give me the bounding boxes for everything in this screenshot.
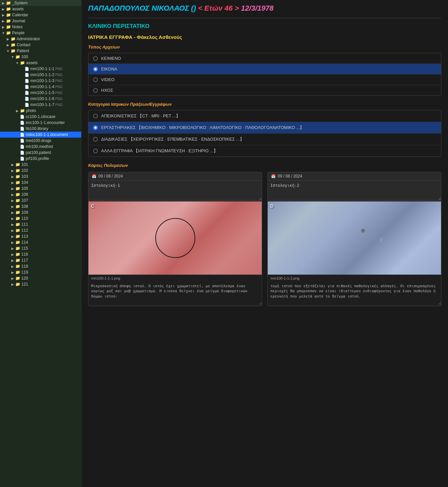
sidebar-item-120[interactable]: ▶ 📁 120	[0, 275, 81, 281]
radio-filetype-keimeno[interactable]: ΚΕΙΜΕΝΟ	[88, 53, 441, 64]
tree-arrow-111: ▶	[11, 222, 15, 226]
folder-icon-113: 📁	[15, 234, 20, 239]
card-title-card2[interactable]: Ιστολογική-2	[268, 181, 441, 200]
radio-category-ergast[interactable]: ΕΡΓΑΣΤΗΡΙΑΚΕΣ 【ΒΙΟΧΗΜΙΚΟ · ΜΙΚΡΟΒΙΟΛΟΓΙΚ…	[88, 122, 441, 134]
radio-category-diadik[interactable]: ΔΙΑΔΙΚΑΣΙΕΣ 【ΧΕΙΡΟΥΡΓΙΚΕΣ · ΕΠΕΜΒΑΤΙΚΕΣ …	[88, 134, 441, 145]
divider-1	[88, 18, 441, 18]
sidebar-item-114[interactable]: ▶ 📁 114	[0, 239, 81, 245]
sidebar-item-110[interactable]: ▶ 📁 110	[0, 215, 81, 221]
radio-category-alla[interactable]: ΑΛΛΑ ΕΓΓΡΑΦΑ 【ΙΑΤΡΙΚΗ ΓΝΩΜΑΤΕΥΣΗ · ΕΞΙΤΗ…	[88, 145, 441, 157]
sidebar-item-105[interactable]: ▶ 📁 105	[0, 185, 81, 191]
tree-arrow-118: ▶	[11, 264, 15, 268]
radio-label-apeik: ΑΠΕΙΚΟΝΙΣΤΙΚΕΣ 【CT · MRI · PET ...】	[101, 113, 180, 119]
sidebar-item-mm100-1-1-4[interactable]: ▶ 📄 mm100-1-1-4PNG	[0, 84, 81, 90]
sidebar-item-mm100-1-1-6[interactable]: ▶ 📄 mm100-1-1-6PNG	[0, 96, 81, 102]
radio-label-keimeno: ΚΕΙΜΕΝΟ	[101, 56, 121, 61]
radio-filetype-ichos[interactable]: ΗΧΟΣ	[88, 85, 441, 95]
sidebar-item-people[interactable]: ▼ 📁 People	[0, 30, 81, 36]
tree-arrow-110: ▶	[11, 216, 15, 220]
folder-icon-photo: 📁	[20, 108, 25, 113]
radio-circle-eikona	[93, 67, 98, 71]
card-date-card2: 09 / 08 / 2024	[278, 174, 302, 179]
radio-filetype-video[interactable]: VIDEO	[88, 74, 441, 85]
file-ext-mm100-1-1-1: PNG	[55, 67, 63, 71]
radio-filetype-eikona[interactable]: ΕΙΚΟΝΑ	[88, 64, 441, 74]
sidebar-item-cc100-1[interactable]: ▶ 📄 cc100-1.clincase	[0, 114, 81, 120]
sidebar-item-lib100[interactable]: ▶ 📄 lib100.library	[0, 126, 81, 132]
tree-label-people: People	[11, 31, 25, 35]
sidebar-item-107[interactable]: ▶ 📁 107	[0, 197, 81, 203]
radio-category-apeik[interactable]: ΑΠΕΙΚΟΝΙΣΤΙΚΕΣ 【CT · MRI · PET ...】	[88, 110, 441, 122]
sidebar-item-106[interactable]: ▶ 📁 106	[0, 191, 81, 197]
card-description-card1[interactable]: Μικροσκοπική άποψη ιστού. Ο ιστός έχει χ…	[88, 282, 262, 305]
sidebar-item-med100[interactable]: ▶ 📄 med100.drugs	[0, 138, 81, 144]
file-icon-med100: 📄	[20, 139, 25, 143]
tree-label-notes: Notes	[11, 25, 23, 29]
sidebar-item-mm100-1-1-1[interactable]: ▶ 📄 mm100-1-1-1PNG	[0, 66, 81, 72]
sidebar-item-mm100-1-1-3[interactable]: ▶ 📄 mm100-1-1-3PNG	[0, 78, 81, 84]
tree-label-mm100-1-1-5: mm100-1-1-5	[29, 90, 54, 95]
folder-icon-notes: 📁	[6, 25, 11, 29]
sidebar-item-mm100-1-1-2[interactable]: ▶ 📄 mm100-1-1-2PNG	[0, 72, 81, 78]
tree-label-104: 104	[20, 180, 28, 185]
sidebar-item-113[interactable]: ▶ 📁 113	[0, 233, 81, 239]
sidebar-item-patient[interactable]: ▼ 📁 Patient	[0, 48, 81, 54]
patient-name: ΠΑΠΑΔΟΠΟΥΛΟΣ ΝΙΚΟΛΑΟΣ ()	[88, 4, 196, 12]
tree-label-pat100: pat100.patient	[25, 150, 51, 155]
radio-label-ergast: ΕΡΓΑΣΤΗΡΙΑΚΕΣ 【ΒΙΟΧΗΜΙΚΟ · ΜΙΚΡΟΒΙΟΛΟΓΙΚ…	[101, 125, 304, 131]
multimedia-title: Κάρτες Πολυμέσων	[88, 163, 441, 168]
sidebar-item-108[interactable]: ▶ 📁 108	[0, 203, 81, 209]
file-icon-pat100: 📄	[20, 151, 25, 155]
folder-icon-contact: 📁	[11, 43, 16, 47]
card-date-card1: 09 / 08 / 2024	[98, 174, 123, 179]
card-date-bar-card2: 📅 09 / 08 / 2024	[268, 172, 441, 181]
sidebar-item-102[interactable]: ▶ 📁 102	[0, 168, 81, 174]
sidebar-item-118[interactable]: ▶ 📁 118	[0, 263, 81, 269]
sidebar-item-112[interactable]: ▶ 📁 112	[0, 227, 81, 233]
sidebar-item-system[interactable]: ▶ 📁 _System	[0, 0, 81, 6]
sidebar-item-pat100[interactable]: ▶ 📄 pat100.patient	[0, 150, 81, 156]
tree-arrow-114: ▶	[11, 240, 15, 244]
folder-icon-system: 📁	[6, 1, 11, 5]
patient-age: < Ετών 46 >	[198, 4, 239, 12]
file-ext-mm100-1-1-5: PNG	[55, 91, 63, 95]
sidebar-item-notes[interactable]: ▶ 📁 Notes	[0, 24, 81, 30]
tree-label-photo: photo	[25, 108, 36, 113]
folder-icon-110: 📁	[15, 216, 20, 221]
sidebar-item-119[interactable]: ▶ 📁 119	[0, 269, 81, 275]
folder-icon-117: 📁	[15, 258, 20, 263]
sidebar-item-103[interactable]: ▶ 📁 103	[0, 174, 81, 180]
sidebar-item-mm100-1-1-7[interactable]: ▶ 📄 mm100-1-1-7PNG	[0, 102, 81, 108]
tree-label-mh100: mh100.medhist	[25, 144, 53, 149]
sidebar-item-116[interactable]: ▶ 📁 116	[0, 251, 81, 257]
sidebar-item-mdoc100-1-1[interactable]: ▶ 📄 mdoc100-1-1.document	[0, 132, 81, 138]
tree-arrow-103: ▶	[11, 175, 15, 179]
card-image-container-card1: C	[88, 201, 262, 275]
sidebar-item-111[interactable]: ▶ 📁 111	[0, 221, 81, 227]
sidebar-item-mm100-1-1-5[interactable]: ▶ 📄 mm100-1-1-5PNG	[0, 90, 81, 96]
sidebar-item-administrator[interactable]: ▶ 📁 Administrator	[0, 36, 81, 42]
sidebar-item-mh100[interactable]: ▶ 📄 mh100.medhist	[0, 144, 81, 150]
sidebar-item-enc100-1-1[interactable]: ▶ 📄 enc100-1-1.encounter	[0, 120, 81, 126]
sidebar-item-prf100[interactable]: ▶ 📄 prf100.profile	[0, 156, 81, 162]
card-description-card2[interactable]: τομή ιστού που εξετάζεται για πιθανές πα…	[268, 282, 441, 305]
sidebar-item-104[interactable]: ▶ 📁 104	[0, 180, 81, 185]
sidebar-item-photo[interactable]: ▶ 📁 photo	[0, 108, 81, 114]
sidebar-item-109[interactable]: ▶ 📁 109	[0, 209, 81, 215]
tree-label-mm100-1-1-1: mm100-1-1-1	[29, 66, 54, 71]
sidebar-item-100[interactable]: ▼ 📁 100	[0, 54, 81, 60]
sidebar-item-assets-100[interactable]: ▼ 📁 assets	[0, 60, 81, 66]
sidebar-item-journal[interactable]: ▶ 📁 Journal	[0, 18, 81, 24]
tree-label-assets-100: assets	[25, 61, 38, 65]
sidebar-item-calendar[interactable]: ▶ 📁 Calendar	[0, 12, 81, 18]
card-title-card1[interactable]: Ιστολογική-1	[88, 181, 262, 200]
sidebar-item-101[interactable]: ▶ 📁 101	[0, 162, 81, 168]
sidebar-item-121[interactable]: ▶ 📁 121	[0, 281, 81, 287]
sidebar-item-assets[interactable]: ▶ 📁 assets	[0, 6, 81, 12]
sidebar-item-contact[interactable]: ▶ 📁 Contact	[0, 42, 81, 48]
histo-d-svg: l	[268, 201, 441, 275]
folder-icon-115: 📁	[15, 246, 20, 251]
tree-arrow-patient: ▼	[6, 49, 10, 53]
sidebar-item-115[interactable]: ▶ 📁 115	[0, 245, 81, 251]
sidebar-item-117[interactable]: ▶ 📁 117	[0, 257, 81, 263]
